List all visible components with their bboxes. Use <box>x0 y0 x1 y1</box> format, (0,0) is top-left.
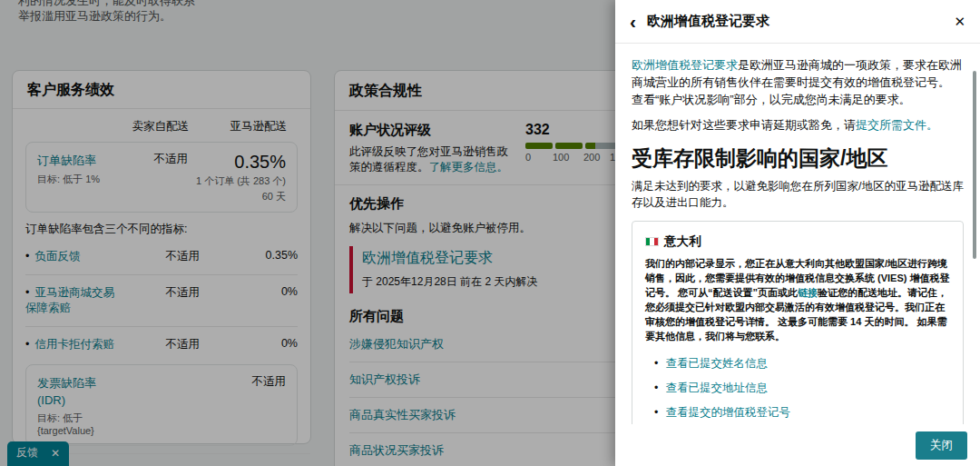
panel-intro-paragraph: 欧洲增值税登记要求是欧洲亚马逊商城的一项政策，要求在欧洲商城营业的所有销售伙伴在… <box>632 56 964 108</box>
list-item: 查看已提交姓名信息 <box>654 352 950 376</box>
list-item: 查看已提交地址信息 <box>654 376 950 401</box>
back-icon[interactable]: ‹ <box>630 12 636 31</box>
italy-body-text: 我们的内部记录显示，您正在从意大利向其他欧盟国家/地区进行跨境销售，因此，您需要… <box>645 256 950 343</box>
inventory-restriction-desc: 满足未达到的要求，以避免影响您在所列国家/地区的亚马逊配送库存以及进出口能力。 <box>632 178 964 211</box>
inventory-restriction-heading: 受库存限制影响的国家/地区 <box>632 144 964 172</box>
italy-name: 意大利 <box>664 233 701 250</box>
italy-header: 意大利 <box>645 233 950 250</box>
exemption-text: 如果您想针对这些要求申请延期或豁免，请 <box>632 118 856 132</box>
vat-policy-link[interactable]: 欧洲增值税登记要求 <box>632 58 738 72</box>
panel-scrollbar[interactable] <box>973 71 976 259</box>
vat-requirements-panel: ‹ 欧洲增值税登记要求 ✕ 欧洲增值税登记要求是欧洲亚马逊商城的一项政策，要求在… <box>615 0 980 466</box>
verify-address-link[interactable]: 链接 <box>798 287 818 298</box>
close-button[interactable]: 关闭 <box>916 431 967 460</box>
view-submitted-name-link[interactable]: 查看已提交姓名信息 <box>665 357 768 370</box>
italy-country-box: 意大利 我们的内部记录显示，您正在从意大利向其他欧盟国家/地区进行跨境销售，因此… <box>632 221 964 424</box>
italy-links-list: 查看已提交姓名信息 查看已提交地址信息 查看提交的增值税登记号 <box>654 352 950 424</box>
panel-header: ‹ 欧洲增值税登记要求 ✕ <box>615 0 980 44</box>
panel-title: 欧洲增值税登记要求 <box>647 13 954 30</box>
view-submitted-address-link[interactable]: 查看已提交地址信息 <box>665 382 768 394</box>
panel-footer: 关闭 <box>615 424 980 466</box>
panel-exemption-paragraph: 如果您想针对这些要求申请延期或豁免，请提交所需文件。 <box>632 116 964 134</box>
close-icon[interactable]: ✕ <box>954 14 965 30</box>
view-submitted-vat-number-link[interactable]: 查看提交的增值税登记号 <box>665 406 790 419</box>
list-item: 查看提交的增值税登记号 <box>654 401 950 424</box>
submit-documents-link[interactable]: 提交所需文件。 <box>856 118 938 132</box>
italy-flag-icon <box>645 237 659 246</box>
panel-body: 欧洲增值税登记要求是欧洲亚马逊商城的一项政策，要求在欧洲商城营业的所有销售伙伴在… <box>615 44 980 424</box>
